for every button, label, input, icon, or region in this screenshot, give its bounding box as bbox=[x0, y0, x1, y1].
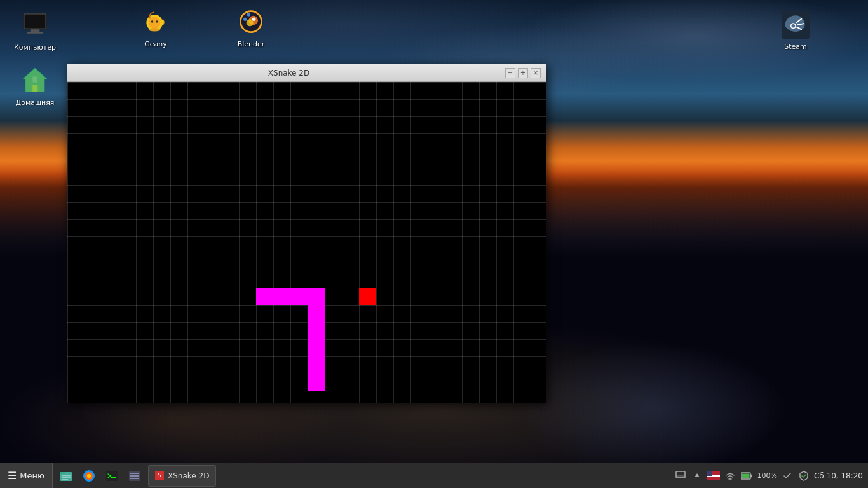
svg-point-19 bbox=[247, 13, 251, 17]
svg-marker-39 bbox=[695, 473, 700, 477]
desktop-icon-geany[interactable]: Geany bbox=[127, 6, 184, 49]
svg-rect-24 bbox=[60, 472, 65, 474]
grid-overlay bbox=[67, 82, 546, 403]
security-icon[interactable] bbox=[797, 470, 810, 482]
steam-desktop-icon[interactable]: Steam bbox=[780, 10, 811, 51]
filemanager-icon bbox=[59, 469, 73, 483]
computer-icon bbox=[20, 10, 50, 40]
svg-rect-46 bbox=[750, 474, 752, 477]
svg-rect-25 bbox=[62, 475, 71, 477]
food-item bbox=[359, 288, 376, 305]
svg-point-22 bbox=[792, 24, 796, 28]
desktop-icon-home[interactable]: Домашняя bbox=[6, 65, 64, 107]
maximize-button[interactable]: + bbox=[518, 68, 528, 78]
svg-rect-38 bbox=[676, 475, 685, 478]
blender-icon bbox=[236, 6, 266, 37]
svg-point-16 bbox=[247, 19, 254, 26]
system-clock: Сб 10, 18:20 bbox=[814, 471, 863, 480]
svg-point-44 bbox=[729, 479, 731, 480]
game-canvas bbox=[67, 82, 546, 403]
home-icon-label: Домашняя bbox=[14, 98, 57, 107]
svg-rect-2 bbox=[31, 29, 40, 32]
xsnake-taskbar-icon: S bbox=[155, 471, 164, 480]
svg-rect-7 bbox=[32, 77, 37, 83]
svg-rect-43 bbox=[707, 471, 712, 476]
taskbar-tray: 100% Сб 10, 18:20 bbox=[669, 463, 868, 488]
desktop-icon-blender[interactable]: Blender bbox=[222, 6, 280, 49]
top-desktop-icons: Geany Blender bbox=[127, 6, 280, 49]
blender-icon-label: Blender bbox=[236, 39, 267, 49]
svg-point-10 bbox=[149, 28, 160, 32]
show-desktop-icon[interactable] bbox=[674, 470, 687, 482]
notifications-icon[interactable] bbox=[691, 470, 703, 482]
language-icon[interactable] bbox=[707, 470, 720, 482]
battery-label: 100% bbox=[757, 471, 776, 480]
wifi-icon[interactable] bbox=[724, 470, 736, 482]
svg-rect-27 bbox=[62, 479, 68, 480]
steam-label: Steam bbox=[784, 43, 807, 51]
svg-rect-31 bbox=[106, 471, 118, 481]
desktop-icon-computer[interactable]: Компьютер bbox=[6, 10, 64, 52]
svg-rect-26 bbox=[62, 477, 71, 478]
taskbar-firefox[interactable] bbox=[78, 466, 100, 486]
desktop-icons: Компьютер Домашняя bbox=[0, 0, 76, 463]
svg-rect-34 bbox=[130, 473, 139, 474]
svg-point-11 bbox=[151, 20, 154, 23]
taskbar-filemanager[interactable] bbox=[55, 466, 77, 486]
menu-icon: ☰ bbox=[8, 470, 17, 482]
steam-icon bbox=[780, 10, 811, 40]
svg-rect-42 bbox=[707, 477, 720, 480]
geany-icon bbox=[140, 6, 171, 37]
terminal-icon bbox=[105, 469, 119, 483]
taskbar-settings[interactable] bbox=[124, 466, 146, 486]
firefox-icon bbox=[82, 469, 96, 483]
start-button[interactable]: ☰ Меню bbox=[0, 463, 53, 488]
svg-rect-32 bbox=[111, 477, 116, 478]
settings-icon bbox=[128, 469, 142, 483]
window-title: XSnake 2D bbox=[72, 69, 505, 78]
taskbar-terminal[interactable] bbox=[101, 466, 123, 486]
snake-segment bbox=[308, 305, 325, 391]
start-label: Меню bbox=[20, 471, 44, 480]
svg-rect-35 bbox=[130, 475, 139, 477]
xsnake-window: XSnake 2D − + × bbox=[67, 64, 546, 403]
computer-icon-label: Компьютер bbox=[12, 43, 58, 52]
taskbar-xsnake-button[interactable]: S XSnake 2D bbox=[148, 465, 216, 487]
clock-display: Сб 10, 18:20 bbox=[814, 471, 863, 480]
svg-rect-3 bbox=[27, 32, 43, 34]
update-icon[interactable] bbox=[781, 470, 794, 482]
minimize-button[interactable]: − bbox=[505, 68, 515, 78]
svg-point-30 bbox=[87, 474, 91, 478]
svg-point-18 bbox=[243, 18, 247, 22]
close-button[interactable]: × bbox=[531, 68, 541, 78]
svg-rect-1 bbox=[25, 15, 46, 29]
window-titlebar[interactable]: XSnake 2D − + × bbox=[67, 64, 546, 82]
geany-icon-label: Geany bbox=[142, 39, 169, 49]
svg-rect-47 bbox=[742, 473, 750, 478]
svg-point-9 bbox=[149, 17, 160, 29]
xsnake-taskbar-label: XSnake 2D bbox=[168, 471, 209, 480]
taskbar-quick-launch bbox=[53, 463, 148, 488]
snake-segment bbox=[256, 288, 325, 305]
battery-icon[interactable] bbox=[740, 470, 753, 482]
window-controls: − + × bbox=[505, 68, 541, 78]
svg-point-17 bbox=[252, 18, 256, 22]
home-icon bbox=[20, 65, 50, 95]
svg-point-12 bbox=[156, 20, 158, 23]
svg-rect-36 bbox=[130, 478, 139, 479]
taskbar: ☰ Меню bbox=[0, 463, 868, 488]
